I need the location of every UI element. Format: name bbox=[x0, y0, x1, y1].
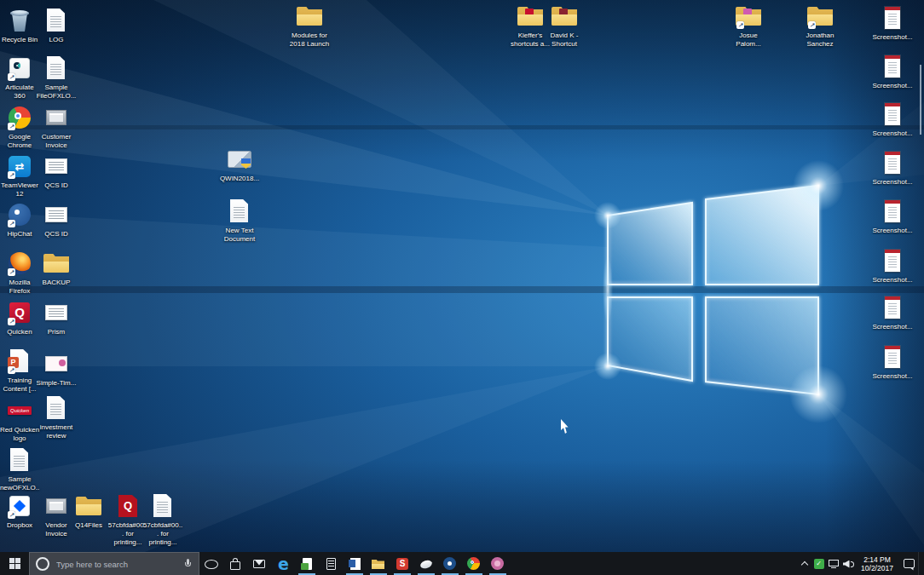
printing-file-1-icon bbox=[113, 492, 143, 520]
desktop-icon-label: 57cbfda#00... for printing... bbox=[142, 521, 183, 547]
desktop-icon-screenshot-6[interactable]: Screenshot... bbox=[872, 247, 913, 285]
desktop-icon-label: BACKUP bbox=[36, 279, 77, 287]
investment-review-icon bbox=[41, 394, 72, 422]
task-view-icon bbox=[203, 555, 220, 572]
taskbar-chrome-app-button[interactable] bbox=[462, 552, 486, 575]
desktop-icon-label: investment review bbox=[36, 423, 77, 440]
tray-security-button[interactable] bbox=[811, 552, 826, 575]
desktop-icon-printing-file-2[interactable]: 57cbfda#00... for printing... bbox=[142, 492, 183, 547]
shortcut-arrow-icon bbox=[8, 220, 15, 227]
shortcut-arrow-icon bbox=[8, 73, 15, 81]
desktop-icon-screenshot-8[interactable]: Screenshot... bbox=[872, 343, 913, 381]
desktop-icon-mozilla-firefox[interactable]: Mozilla Firefox bbox=[0, 250, 40, 296]
screenshot-1-icon bbox=[877, 4, 908, 32]
desktop-icon-investment-review[interactable]: investment review bbox=[36, 394, 77, 440]
taskbar-apps bbox=[199, 552, 510, 575]
desktop-icon-screenshot-2[interactable]: Screenshot... bbox=[872, 53, 913, 90]
start-button[interactable] bbox=[0, 552, 29, 575]
taskbar-pink-app-button[interactable] bbox=[486, 552, 510, 575]
desktop-icon-screenshot-7[interactable]: Screenshot... bbox=[872, 294, 913, 331]
action-center-button[interactable] bbox=[899, 552, 918, 575]
search-input[interactable] bbox=[55, 559, 178, 570]
desktop-icon-qcs-id-2[interactable]: QCS ID bbox=[36, 201, 77, 239]
shortcut-arrow-icon bbox=[8, 171, 15, 179]
taskbar-snagit-button[interactable] bbox=[390, 552, 414, 575]
desktop-icon-screenshot-5[interactable]: Screenshot... bbox=[872, 198, 913, 235]
desktop-icon-modules-2018[interactable]: Modules for 2018 Launch bbox=[289, 3, 330, 49]
screenshot-3-icon bbox=[877, 101, 908, 128]
tray-expand-button[interactable] bbox=[797, 552, 811, 575]
desktop-icon-prism[interactable]: Prism bbox=[36, 299, 77, 336]
shortcut-arrow-icon bbox=[736, 21, 744, 29]
desktop-icon-customer-invoice[interactable]: Customer Invoice bbox=[36, 104, 77, 150]
desktop-icon-label: Prism bbox=[36, 328, 77, 336]
shortcut-arrow-icon bbox=[8, 268, 15, 276]
desktop-icon-screenshot-3[interactable]: Screenshot... bbox=[872, 101, 913, 138]
desktop-icon-hipchat[interactable]: HipChat bbox=[0, 201, 40, 239]
desktop-icon-label: Screenshot... bbox=[872, 82, 913, 90]
desktop-icon-label: Quicken bbox=[0, 328, 40, 336]
desktop-icon-label: Google Chrome bbox=[0, 133, 40, 150]
desktop-icon-label: Modules for 2018 Launch bbox=[289, 32, 330, 49]
screenshot-5-icon bbox=[877, 198, 908, 225]
desktop-icon-label: Customer Invoice bbox=[36, 133, 77, 150]
sample-fileofxlo-icon bbox=[41, 55, 72, 82]
taskbar-edge-button[interactable] bbox=[271, 552, 295, 575]
tray-network-button[interactable] bbox=[826, 552, 840, 575]
desktop-icon-teamviewer-12[interactable]: TeamViewer 12 bbox=[0, 152, 40, 198]
store-icon bbox=[227, 555, 244, 572]
desktop-icon-articulate-360[interactable]: Articulate 360 bbox=[0, 55, 40, 101]
desktop-icon-training-content[interactable]: Training Content [... bbox=[0, 348, 40, 394]
hipchat-app-icon bbox=[442, 555, 459, 572]
modules-2018-icon bbox=[294, 3, 325, 30]
desktop-icon-red-quicken-logo[interactable]: Red Quicken logo bbox=[0, 397, 40, 443]
desktop-icon-josue-palom[interactable]: Josue Palom... bbox=[728, 3, 769, 49]
taskbar-clock[interactable]: 2:14 PM 10/2/2017 bbox=[855, 552, 899, 575]
taskbar-store-button[interactable] bbox=[223, 552, 247, 575]
desktop-icon-label: Q14Files bbox=[68, 521, 109, 530]
microphone-icon[interactable] bbox=[183, 558, 193, 570]
taskbar-hipchat-app-button[interactable] bbox=[438, 552, 462, 575]
qwin2018-icon bbox=[224, 146, 255, 173]
desktop-icon-sample-fileofxlo[interactable]: Sample FileOFXLO... bbox=[36, 55, 77, 101]
desktop-icon-new-text-document[interactable]: New Text Document bbox=[219, 198, 260, 244]
desktop-icon-screenshot-4[interactable]: Screenshot... bbox=[872, 149, 913, 187]
taskbar-green-doc-app-button[interactable] bbox=[295, 552, 319, 575]
desktop-icon-q14files[interactable]: Q14Files bbox=[68, 492, 109, 530]
desktop-icon-jonathan-sanchez[interactable]: Jonathan Sanchez bbox=[800, 3, 840, 49]
red-quicken-logo-icon bbox=[4, 397, 35, 424]
training-content-icon bbox=[4, 348, 35, 375]
expand-icon bbox=[799, 558, 811, 570]
taskbar-word-document-button[interactable] bbox=[343, 552, 367, 575]
taskbar-teamviewer-button[interactable] bbox=[414, 552, 438, 575]
desktop-icon-label: TeamViewer 12 bbox=[0, 181, 40, 198]
taskbar-file-explorer-button[interactable] bbox=[367, 552, 390, 575]
recycle-bin-icon bbox=[4, 7, 35, 34]
desktop-icon-qwin2018[interactable]: QWIN2018... bbox=[219, 146, 260, 183]
shortcut-arrow-icon bbox=[8, 318, 15, 325]
taskbar-calculator-button[interactable] bbox=[319, 552, 343, 575]
qcs-id-1-icon bbox=[41, 152, 72, 180]
desktop-icon-screenshot-1[interactable]: Screenshot... bbox=[872, 4, 913, 42]
screenshot-7-icon bbox=[877, 294, 908, 321]
vendor-invoice-icon bbox=[41, 492, 72, 520]
desktop-icon-backup[interactable]: BACKUP bbox=[36, 250, 77, 287]
tray-volume-button[interactable] bbox=[840, 552, 855, 575]
taskbar-mail-button[interactable] bbox=[247, 552, 271, 575]
taskbar-task-view-button[interactable] bbox=[199, 552, 223, 575]
desktop-icon-recycle-bin[interactable]: Recycle Bin bbox=[0, 7, 40, 44]
desktop-icon-google-chrome[interactable]: Google Chrome bbox=[0, 104, 40, 150]
desktop-icon-simple-tim[interactable]: Simple-Tim... bbox=[36, 350, 77, 388]
desktop-icon-log[interactable]: LOG bbox=[36, 7, 77, 44]
desktop-icon-qcs-id-1[interactable]: QCS ID bbox=[36, 152, 77, 190]
desktop-icon-quicken[interactable]: Quicken bbox=[0, 299, 40, 336]
search-box[interactable] bbox=[29, 552, 199, 575]
show-desktop-button[interactable] bbox=[918, 552, 924, 575]
desktop-icon-label: Josue Palom... bbox=[728, 32, 769, 49]
desktop-icon-label: QCS ID bbox=[36, 230, 77, 239]
desktop-icon-david-k[interactable]: David K - Shortcut bbox=[544, 3, 585, 49]
hipchat-icon bbox=[4, 201, 35, 228]
log-icon bbox=[41, 7, 72, 34]
desktop-icon-dropbox[interactable]: Dropbox bbox=[0, 492, 40, 530]
calculator-icon bbox=[322, 555, 339, 572]
